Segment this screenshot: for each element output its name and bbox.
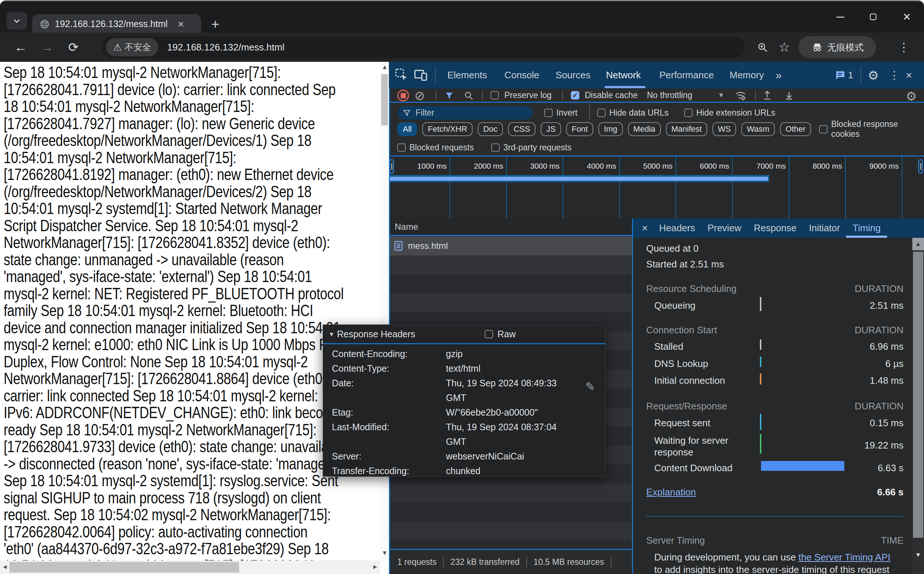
- back-button[interactable]: ←: [12, 33, 30, 62]
- hide-data-urls-row[interactable]: Hide data URLs: [597, 106, 668, 120]
- minimize-button[interactable]: ─: [831, 8, 849, 26]
- chip-font[interactable]: Font: [566, 122, 593, 136]
- disable-cache-checkbox[interactable]: ✓: [571, 91, 579, 99]
- timing-scrollbar[interactable]: ▲ ▼: [912, 238, 924, 574]
- throttling-select[interactable]: No throttling: [647, 88, 692, 102]
- tab-sources[interactable]: Sources: [556, 62, 590, 88]
- address-bar[interactable]: ⚠ 不安全 192.168.126.132/mess.html: [102, 36, 745, 58]
- tab-performance[interactable]: Performance: [659, 62, 714, 88]
- chevron-down-icon[interactable]: ▼: [718, 88, 724, 102]
- network-overview-timeline[interactable]: 1000 ms 2000 ms 3000 ms 4000 ms 5000 ms …: [389, 156, 924, 218]
- url-text[interactable]: 192.168.126.132/mess.html: [167, 42, 284, 53]
- browser-toolbar: ← → ⟳ ⚠ 不安全 192.168.126.132/mess.html ☆ …: [0, 33, 924, 62]
- chip-doc[interactable]: Doc: [478, 122, 503, 136]
- scroll-down-icon[interactable]: ▼: [912, 549, 924, 561]
- overview-right-handle[interactable]: [918, 159, 923, 174]
- chip-ws[interactable]: WS: [712, 122, 736, 136]
- triangle-down-icon[interactable]: ▾: [330, 330, 333, 338]
- settings-gear-icon[interactable]: ⚙: [868, 62, 879, 88]
- scroll-right-icon[interactable]: ►: [372, 564, 378, 570]
- scroll-left-icon[interactable]: ◄: [2, 564, 8, 570]
- issues-icon[interactable]: [835, 70, 846, 81]
- scrollbar-thumb[interactable]: [381, 74, 388, 126]
- maximize-button[interactable]: [864, 8, 882, 26]
- chip-manifest[interactable]: Manifest: [666, 122, 707, 136]
- clear-icon[interactable]: ⊘: [415, 88, 425, 103]
- hide-data-urls-checkbox[interactable]: [597, 109, 606, 117]
- inspect-element-icon[interactable]: [395, 68, 409, 82]
- tab-network[interactable]: Network: [606, 62, 641, 88]
- blocked-response-cookies-checkbox[interactable]: [819, 125, 828, 134]
- more-tabs-icon[interactable]: »: [776, 62, 782, 88]
- request-row-selected[interactable]: mess.html: [389, 237, 632, 255]
- network-conditions-icon[interactable]: [734, 90, 747, 101]
- filter-funnel-icon[interactable]: [444, 91, 455, 101]
- chip-all[interactable]: All: [397, 122, 417, 136]
- devtools-kebab-icon[interactable]: ⋮: [889, 62, 900, 88]
- detail-tab-preview[interactable]: Preview: [701, 218, 748, 238]
- tab-memory[interactable]: Memory: [729, 62, 764, 88]
- name-column-header[interactable]: Name: [389, 218, 632, 235]
- detail-close-icon[interactable]: ×: [633, 218, 653, 238]
- web-page-content: Sep 18 10:54:01 mysql-2 NetworkManager[7…: [0, 62, 389, 574]
- invert-checkbox[interactable]: [544, 109, 553, 117]
- hide-extension-urls-checkbox[interactable]: [684, 109, 693, 117]
- scrollbar-thumb[interactable]: [9, 562, 239, 572]
- preserve-log-checkbox[interactable]: [490, 91, 499, 99]
- log-line: 18 10:54:01 mysql-2 NetworkManager[715]:: [4, 98, 310, 115]
- page-horizontal-scrollbar[interactable]: ◄ ►: [0, 560, 380, 574]
- detail-tab-timing[interactable]: Timing: [846, 218, 887, 238]
- browser-tab[interactable]: 192.168.126.132/mess.html ×: [32, 14, 201, 34]
- network-settings-gear-icon[interactable]: ⚙: [906, 89, 917, 104]
- invert-checkbox-row[interactable]: Invert: [544, 106, 577, 120]
- blocked-response-cookies-row[interactable]: Blocked response cookies: [819, 119, 924, 139]
- record-button[interactable]: [397, 90, 409, 101]
- third-party-requests-row[interactable]: 3rd-party requests: [491, 142, 572, 153]
- chip-wasm[interactable]: Wasm: [741, 122, 775, 136]
- reload-button[interactable]: ⟳: [64, 33, 83, 62]
- filter-input[interactable]: Filter: [397, 106, 533, 120]
- export-har-icon[interactable]: [784, 90, 795, 101]
- device-toolbar-icon[interactable]: [414, 68, 427, 82]
- chip-other[interactable]: Other: [780, 122, 811, 136]
- scroll-up-icon[interactable]: ▲: [912, 238, 924, 250]
- raw-toggle[interactable]: Raw: [485, 329, 516, 339]
- tab-console[interactable]: Console: [504, 62, 539, 88]
- raw-checkbox[interactable]: [485, 330, 493, 338]
- chip-fetch-xhr[interactable]: Fetch/XHR: [422, 122, 473, 136]
- devtools-close-icon[interactable]: ×: [906, 62, 912, 88]
- search-icon[interactable]: [464, 90, 474, 101]
- chip-js[interactable]: JS: [541, 122, 561, 136]
- blocked-requests-checkbox[interactable]: [397, 144, 406, 152]
- third-party-checkbox[interactable]: [491, 144, 500, 152]
- chip-img[interactable]: Img: [598, 122, 623, 136]
- detail-tab-initiator[interactable]: Initiator: [803, 218, 846, 238]
- blocked-requests-row[interactable]: Blocked requests: [397, 142, 474, 153]
- chip-css[interactable]: CSS: [508, 122, 536, 136]
- bookmark-star-icon[interactable]: ☆: [774, 33, 795, 62]
- server-timing-api-link[interactable]: the Server Timing API: [798, 552, 890, 563]
- scroll-up-icon[interactable]: ▲: [382, 64, 388, 70]
- tab-search-button[interactable]: [6, 12, 27, 30]
- hide-extension-urls-row[interactable]: Hide extension URLs: [684, 106, 775, 120]
- close-button[interactable]: ×: [898, 8, 916, 26]
- scroll-down-icon[interactable]: ▼: [382, 550, 388, 556]
- security-chip[interactable]: ⚠ 不安全: [106, 38, 158, 56]
- page-vertical-scrollbar[interactable]: ▲ ▼: [380, 62, 389, 560]
- edit-pencil-icon[interactable]: ✎: [585, 380, 595, 394]
- zoom-icon[interactable]: [752, 33, 773, 62]
- scrollbar-thumb[interactable]: [913, 252, 923, 538]
- forward-button[interactable]: →: [38, 33, 56, 62]
- popup-header[interactable]: ▾ Response Headers Raw: [323, 325, 605, 344]
- log-line: family Sep 18 10:54:01 mysql-2 kernel: B…: [4, 302, 310, 319]
- menu-kebab-icon[interactable]: ⋮: [895, 33, 913, 62]
- explanation-link[interactable]: Explanation: [646, 487, 696, 498]
- chip-media[interactable]: Media: [628, 122, 661, 136]
- detail-tab-response[interactable]: Response: [748, 218, 803, 238]
- tab-close-icon[interactable]: ×: [178, 18, 184, 30]
- log-line: 'managed', sys-iface-state: 'external') …: [4, 268, 310, 285]
- detail-tab-headers[interactable]: Headers: [653, 218, 701, 238]
- new-tab-button[interactable]: +: [207, 16, 224, 33]
- import-har-icon[interactable]: [762, 90, 773, 101]
- tab-elements[interactable]: Elements: [447, 62, 487, 88]
